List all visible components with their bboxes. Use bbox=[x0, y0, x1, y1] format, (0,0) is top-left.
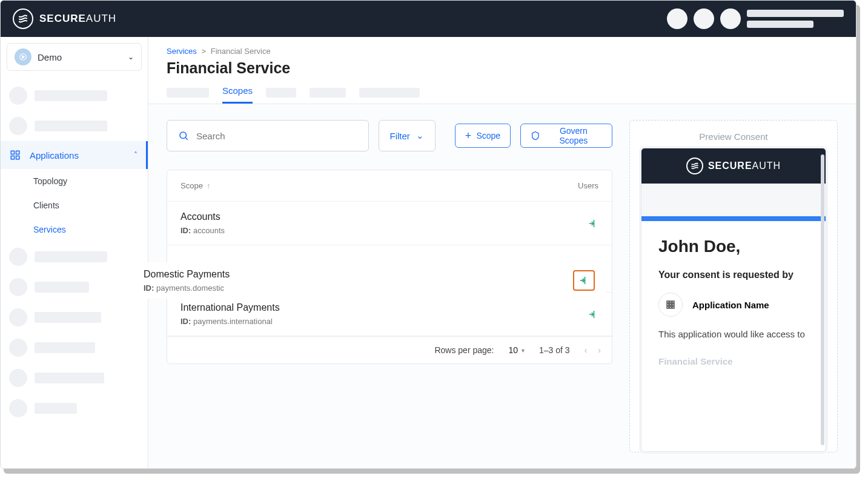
id-label: ID: bbox=[144, 283, 154, 293]
svg-rect-4 bbox=[11, 156, 14, 159]
prev-page-icon[interactable]: ‹ bbox=[585, 345, 588, 355]
search-input[interactable] bbox=[196, 131, 357, 141]
brand-logo-icon bbox=[686, 157, 703, 174]
sidebar-item-placeholder[interactable] bbox=[1, 333, 148, 363]
plus-icon: + bbox=[465, 130, 472, 141]
chevron-down-icon: ⌄ bbox=[416, 130, 424, 141]
svg-rect-11 bbox=[667, 304, 669, 306]
sidebar-item-placeholder[interactable] bbox=[1, 111, 148, 141]
sidebar-sub-topology[interactable]: Topology bbox=[1, 169, 148, 193]
enter-icon-highlighted[interactable] bbox=[573, 270, 595, 291]
tab-bar: Scopes bbox=[167, 85, 838, 104]
sidebar-sub-services[interactable]: Services bbox=[1, 217, 148, 242]
page-range: 1–3 of 3 bbox=[539, 345, 570, 355]
rows-per-page-label: Rows per page: bbox=[434, 345, 494, 355]
brand-name: SECUREAUTH bbox=[39, 13, 116, 25]
rows-per-page-select[interactable]: 10 ▾ bbox=[508, 345, 525, 355]
svg-rect-12 bbox=[670, 304, 672, 306]
header-avatar-placeholder[interactable] bbox=[694, 8, 714, 29]
svg-rect-10 bbox=[672, 301, 674, 303]
breadcrumb-root[interactable]: Services bbox=[167, 47, 197, 56]
table-row[interactable]: International Payments ID: payments.inte… bbox=[167, 293, 612, 336]
sidebar-item-placeholder[interactable] bbox=[1, 81, 148, 111]
add-scope-label: Scope bbox=[476, 131, 500, 141]
svg-rect-14 bbox=[667, 306, 669, 308]
header-avatar-placeholder[interactable] bbox=[720, 8, 741, 29]
svg-rect-5 bbox=[16, 156, 19, 159]
svg-rect-8 bbox=[667, 301, 669, 303]
header-text-placeholder bbox=[747, 10, 844, 17]
chevron-down-icon: ⌄ bbox=[128, 53, 134, 61]
sort-up-icon[interactable]: ↑ bbox=[207, 181, 211, 190]
header-text-placeholder bbox=[747, 21, 813, 28]
workspace-switcher[interactable]: Demo ⌄ bbox=[7, 43, 142, 71]
scope-id: accounts bbox=[193, 226, 225, 235]
consent-user-name: John Doe, bbox=[658, 237, 809, 256]
svg-point-6 bbox=[180, 132, 187, 139]
svg-rect-9 bbox=[670, 301, 672, 303]
workspace-icon bbox=[15, 48, 31, 65]
consent-header: SECUREAUTH bbox=[641, 148, 826, 184]
enter-icon[interactable] bbox=[588, 218, 598, 229]
svg-marker-1 bbox=[22, 56, 25, 59]
filter-label: Filter bbox=[390, 131, 410, 141]
sidebar-item-applications[interactable]: Applications ˄ bbox=[1, 141, 148, 169]
search-icon bbox=[178, 130, 189, 141]
sidebar-item-placeholder[interactable] bbox=[1, 363, 148, 393]
consent-brand: SECUREAUTH bbox=[708, 161, 781, 171]
scope-id: payments.domestic bbox=[156, 283, 224, 293]
search-box[interactable] bbox=[167, 120, 369, 151]
sidebar: Demo ⌄ Applications ˄ Topology Clients S… bbox=[1, 37, 148, 468]
govern-label: Govern Scopes bbox=[545, 126, 602, 145]
id-label: ID: bbox=[181, 317, 191, 326]
sidebar-item-placeholder[interactable] bbox=[1, 272, 148, 302]
apps-icon bbox=[9, 150, 21, 161]
table-row-highlighted[interactable]: Domestic Payments ID: payments.domestic bbox=[144, 262, 606, 299]
app-icon bbox=[658, 293, 683, 317]
tab-placeholder[interactable] bbox=[167, 88, 209, 98]
sidebar-sub-clients[interactable]: Clients bbox=[1, 193, 148, 217]
tab-placeholder[interactable] bbox=[359, 88, 420, 98]
caret-down-icon: ▾ bbox=[522, 347, 525, 354]
main-content: Services > Financial Service Financial S… bbox=[148, 37, 856, 468]
svg-rect-13 bbox=[672, 304, 674, 306]
sidebar-item-placeholder[interactable] bbox=[1, 242, 148, 272]
table-row[interactable]: Accounts ID: accounts bbox=[167, 202, 612, 245]
breadcrumb-sep: > bbox=[201, 47, 206, 56]
filter-button[interactable]: Filter ⌄ bbox=[379, 120, 436, 151]
col-scope[interactable]: Scope bbox=[181, 181, 203, 190]
svg-rect-16 bbox=[672, 306, 674, 308]
scrollbar[interactable] bbox=[821, 154, 824, 445]
id-label: ID: bbox=[181, 226, 191, 235]
tab-placeholder[interactable] bbox=[310, 88, 346, 98]
sidebar-item-placeholder[interactable] bbox=[1, 302, 148, 333]
header-right bbox=[667, 8, 844, 29]
next-page-icon[interactable]: › bbox=[598, 345, 601, 355]
consent-card: SECUREAUTH John Doe, Your consent is req… bbox=[641, 148, 826, 452]
govern-scopes-button[interactable]: Govern Scopes bbox=[520, 124, 612, 148]
svg-line-7 bbox=[185, 137, 187, 139]
tab-scopes[interactable]: Scopes bbox=[222, 85, 253, 104]
sidebar-item-placeholder[interactable] bbox=[1, 393, 148, 423]
add-scope-button[interactable]: + Scope bbox=[455, 124, 511, 148]
tab-placeholder[interactable] bbox=[266, 88, 296, 98]
consent-progress-bar bbox=[641, 216, 826, 221]
consent-desc: This application would like access to bbox=[658, 328, 809, 340]
page-title: Financial Service bbox=[167, 59, 838, 77]
scope-name: Accounts bbox=[181, 211, 588, 222]
enter-icon[interactable] bbox=[588, 309, 598, 320]
scope-name: International Payments bbox=[181, 302, 588, 313]
consent-section: Financial Service bbox=[641, 356, 826, 366]
svg-rect-2 bbox=[11, 151, 14, 154]
shield-icon bbox=[531, 131, 540, 141]
brand: SECUREAUTH bbox=[13, 8, 116, 29]
svg-rect-15 bbox=[670, 306, 672, 308]
table-footer: Rows per page: 10 ▾ 1–3 of 3 ‹ › bbox=[167, 336, 612, 363]
consent-subheader-bar bbox=[641, 184, 826, 216]
preview-panel: Preview Consent SECUREAUTH John Doe bbox=[629, 120, 838, 452]
sidebar-label: Applications bbox=[30, 150, 79, 161]
header-avatar-placeholder[interactable] bbox=[667, 8, 687, 29]
preview-title: Preview Consent bbox=[699, 121, 767, 148]
consent-subheading: Your consent is requested by bbox=[658, 270, 809, 280]
breadcrumb-current: Financial Service bbox=[211, 47, 271, 56]
